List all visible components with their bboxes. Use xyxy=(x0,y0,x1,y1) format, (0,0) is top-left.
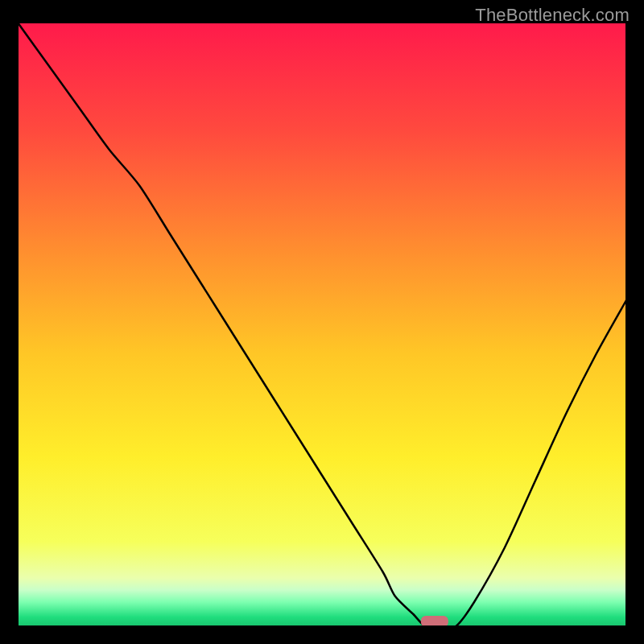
optimal-marker xyxy=(421,616,448,626)
plot-area xyxy=(18,23,626,626)
chart-frame: TheBottleneck.com xyxy=(0,0,644,644)
heat-background xyxy=(18,23,626,626)
chart-svg xyxy=(18,23,626,626)
